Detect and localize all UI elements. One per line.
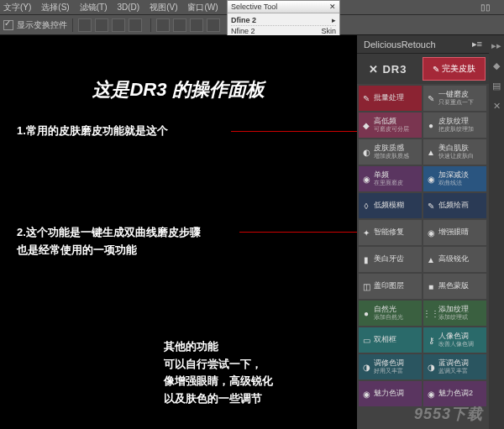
dr3-button-5[interactable]: ▲美白肌肤快速让皮肤白 bbox=[423, 139, 486, 165]
dr3-button-17[interactable]: ⋮⋮添加纹理添加纹理或 bbox=[423, 301, 486, 326]
close-icon[interactable]: ✕ bbox=[329, 3, 336, 11]
button-icon: ⋮⋮ bbox=[426, 308, 436, 318]
dr3-button-4[interactable]: ◐皮肤质感增加皮肤质感 bbox=[359, 139, 422, 165]
menu-collapse-icon[interactable]: ▯▯ bbox=[480, 3, 491, 12]
button-icon: ⚷ bbox=[426, 335, 436, 345]
button-icon: ✎ bbox=[426, 93, 436, 103]
brush-icon: ✎ bbox=[433, 65, 439, 74]
button-icon: ● bbox=[361, 308, 371, 318]
button-icon: ◑ bbox=[426, 362, 436, 372]
arrow-line bbox=[239, 232, 374, 233]
perfect-skin-button[interactable]: ✎ 完美皮肤 bbox=[423, 57, 486, 81]
dr3-button-7[interactable]: ◉加深减淡双曲线法 bbox=[423, 166, 486, 191]
button-icon: ▲ bbox=[426, 147, 436, 157]
button-icon: ✎ bbox=[426, 201, 436, 211]
popup-item[interactable]: Dfine 2 bbox=[231, 16, 256, 24]
distribute-icon[interactable] bbox=[156, 18, 170, 32]
dr3-button-10[interactable]: ✦智能修复 bbox=[359, 220, 422, 245]
menu-filter[interactable]: 滤镜(T) bbox=[80, 2, 108, 13]
button-icon: ◉ bbox=[361, 389, 371, 399]
right-icon-bar: ▸▸ ◆ ▤ ✕ bbox=[489, 35, 504, 429]
annotation-1: 1.常用的皮肤磨皮功能就是这个 bbox=[17, 123, 168, 139]
dr3-button-15[interactable]: ■黑色蒙版 bbox=[423, 274, 486, 299]
dr3-button-23[interactable]: ◉魅力色调2 bbox=[423, 381, 486, 406]
show-transform-label: 显示变换控件 bbox=[17, 19, 67, 31]
arrow-line bbox=[231, 131, 361, 132]
canvas-title: 这是DR3 的操作面板 bbox=[0, 77, 357, 102]
canvas-area: 这是DR3 的操作面板 1.常用的皮肤磨皮功能就是这个 2.这个功能是一键生成双… bbox=[0, 35, 357, 429]
dr3-button-11[interactable]: ◉增强眼睛 bbox=[423, 220, 486, 245]
button-icon: ▭ bbox=[361, 335, 371, 345]
dr3-button-22[interactable]: ◉魅力色调 bbox=[359, 381, 422, 406]
show-transform-checkbox[interactable] bbox=[3, 20, 13, 30]
dr3-button-3[interactable]: ●皮肤纹理把皮肤纹理加 bbox=[423, 112, 486, 138]
dr3-button-9[interactable]: ✎低频绘画 bbox=[423, 193, 486, 218]
dr3-button-0[interactable]: ✎批量处理 bbox=[359, 86, 422, 111]
menu-text[interactable]: 文字(Y) bbox=[3, 2, 31, 13]
align-icon[interactable] bbox=[95, 18, 108, 32]
button-icon: ● bbox=[426, 120, 436, 130]
dr3-panel: DeliciousRetouch ▸≡ ✕ DR3 ✎ 完美皮肤 ✎批量处理✎一… bbox=[357, 35, 489, 429]
panel-title: DeliciousRetouch bbox=[364, 39, 436, 50]
dr3-button-6[interactable]: ◉单频在里面磨皮 bbox=[359, 166, 422, 191]
distribute-icon[interactable] bbox=[190, 18, 203, 32]
button-grid: ✎批量处理✎一键磨皮只要重点一下◆高低频可磨皮可分层●皮肤纹理把皮肤纹理加◐皮肤… bbox=[357, 84, 489, 408]
dr3-button-8[interactable]: ◊低频模糊 bbox=[359, 193, 422, 218]
dr3-button-1[interactable]: ✎一键磨皮只要重点一下 bbox=[423, 86, 486, 111]
button-icon: ◊ bbox=[361, 201, 371, 211]
watermark: 9553下载 bbox=[414, 404, 483, 424]
dr3-button-21[interactable]: ◑蓝调色调蓝调又丰富 bbox=[423, 354, 486, 379]
menu-select[interactable]: 选择(S) bbox=[41, 2, 69, 13]
menu-view[interactable]: 视图(V) bbox=[150, 2, 177, 13]
button-icon: ▮ bbox=[361, 254, 371, 264]
button-icon: ◉ bbox=[426, 228, 436, 238]
tool-icon[interactable]: ▤ bbox=[491, 81, 502, 92]
distribute-icon[interactable] bbox=[173, 18, 186, 32]
tool-icon[interactable]: ◆ bbox=[491, 60, 502, 72]
dr3-button-18[interactable]: ▭双相框 bbox=[359, 327, 422, 353]
button-icon: ◉ bbox=[426, 389, 436, 399]
popup-item[interactable]: Nfine 2 bbox=[231, 27, 255, 35]
button-icon: ✎ bbox=[361, 93, 371, 103]
tool-icon[interactable]: ✕ bbox=[491, 101, 502, 112]
button-icon: ▲ bbox=[426, 254, 436, 264]
align-icon[interactable] bbox=[78, 18, 92, 32]
popup-title: Selective Tool bbox=[231, 3, 277, 11]
dr3-button-14[interactable]: ◫盖印图层 bbox=[359, 274, 422, 299]
button-icon: ✦ bbox=[361, 228, 371, 238]
collapse-icon[interactable]: ▸▸ bbox=[491, 40, 502, 52]
bottom-annotation: 其他的功能 可以自行尝试一下， 像增强眼睛，高级锐化 以及肤色的一些调节 bbox=[164, 338, 273, 408]
fork-knife-icon: ✕ bbox=[369, 63, 379, 76]
button-icon: ◉ bbox=[426, 174, 436, 184]
dr3-button-12[interactable]: ▮美白牙齿 bbox=[359, 247, 422, 272]
button-icon: ◑ bbox=[361, 362, 371, 372]
menu-3d[interactable]: 3D(D) bbox=[117, 3, 139, 12]
button-icon: ◫ bbox=[361, 281, 371, 291]
button-icon: ■ bbox=[426, 281, 436, 291]
button-icon: ◉ bbox=[361, 174, 371, 184]
dr3-button-13[interactable]: ▲高级锐化 bbox=[423, 247, 486, 272]
dr3-button-2[interactable]: ◆高低频可磨皮可分层 bbox=[359, 112, 422, 138]
button-icon: ◐ bbox=[361, 147, 371, 157]
align-icon[interactable] bbox=[112, 18, 125, 32]
dr3-button-19[interactable]: ⚷人像色调改善人像色调 bbox=[423, 327, 486, 353]
button-icon: ◆ bbox=[361, 120, 371, 130]
dr3-button-16[interactable]: ●自然光添加自然光 bbox=[359, 301, 422, 326]
dr3-logo: ✕ DR3 bbox=[357, 63, 419, 76]
menu-window[interactable]: 窗口(W) bbox=[187, 2, 218, 13]
align-icon[interactable] bbox=[129, 18, 142, 32]
dr3-button-20[interactable]: ◑调修色调好用又丰富 bbox=[359, 354, 422, 379]
popup-item[interactable]: Skin bbox=[321, 27, 336, 35]
distribute-icon[interactable] bbox=[207, 18, 220, 32]
annotation-2: 2.这个功能是一键生成双曲线磨皮步骤也是经常使用的一项功能 bbox=[17, 224, 201, 259]
panel-menu-icon[interactable]: ▸≡ bbox=[472, 39, 482, 50]
